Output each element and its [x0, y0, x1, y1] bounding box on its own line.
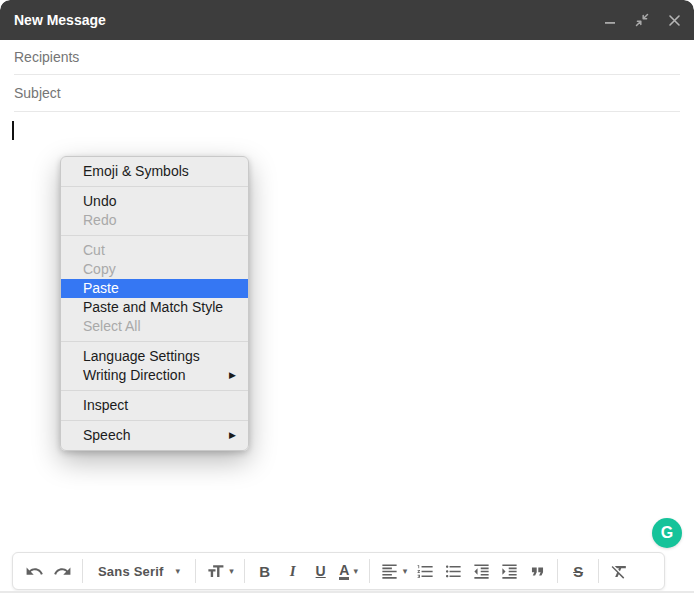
menu-item-label: Emoji & Symbols — [83, 162, 236, 181]
text-cursor — [12, 121, 14, 140]
chevron-down-icon: ▾ — [353, 566, 358, 576]
menu-item-select-all: Select All — [61, 317, 248, 336]
menu-item-paste[interactable]: Paste — [61, 279, 248, 298]
bold-button[interactable]: B — [252, 557, 278, 585]
formatting-toolbar: Sans Serif ▾ ▾ B I U A ▾ ▾ — [12, 552, 665, 590]
font-size-icon — [206, 562, 225, 581]
menu-section: Speech ▶ — [61, 421, 248, 450]
close-icon — [668, 14, 681, 27]
menu-item-label: Redo — [83, 211, 236, 230]
exit-full-screen-button[interactable] — [632, 10, 652, 30]
grammarly-g-icon: G — [661, 524, 673, 542]
numbered-list-icon — [416, 562, 435, 581]
subject-row — [14, 75, 680, 112]
italic-label: I — [290, 563, 296, 580]
quote-button[interactable] — [524, 557, 550, 585]
menu-section: Inspect — [61, 391, 248, 421]
submenu-arrow-icon: ▶ — [229, 426, 236, 445]
align-left-icon — [380, 562, 399, 581]
quote-icon — [528, 562, 547, 581]
undo-button[interactable] — [21, 557, 47, 585]
compose-window: New Message — [0, 0, 694, 593]
menu-item-label: Language Settings — [83, 347, 236, 366]
menu-item-label: Paste and Match Style — [83, 298, 236, 317]
submenu-arrow-icon: ▶ — [229, 366, 236, 385]
toolbar-divider — [195, 559, 196, 583]
subject-input[interactable] — [14, 85, 680, 101]
menu-item-label: Copy — [83, 260, 236, 279]
undo-icon — [25, 562, 44, 581]
menu-item-speech[interactable]: Speech ▶ — [61, 426, 248, 445]
menu-item-undo[interactable]: Undo — [61, 192, 248, 211]
indent-more-icon — [500, 562, 519, 581]
chevron-down-icon: ▾ — [176, 566, 181, 576]
menu-item-language-settings[interactable]: Language Settings — [61, 347, 248, 366]
toolbar-divider — [82, 559, 83, 583]
bulleted-list-icon — [444, 562, 463, 581]
bulleted-list-button[interactable] — [440, 557, 466, 585]
menu-item-label: Select All — [83, 317, 236, 336]
menu-section: Cut Copy Paste Paste and Match Style Sel… — [61, 236, 248, 342]
menu-item-label: Inspect — [83, 396, 236, 415]
chevron-down-icon: ▾ — [229, 566, 234, 576]
menu-item-emoji-symbols[interactable]: Emoji & Symbols — [61, 162, 248, 181]
context-menu: Emoji & Symbols Undo Redo Cut Copy Paste… — [60, 156, 249, 451]
redo-icon — [53, 562, 72, 581]
menu-item-label: Writing Direction — [83, 366, 221, 385]
menu-item-redo: Redo — [61, 211, 248, 230]
numbered-list-button[interactable] — [412, 557, 438, 585]
font-family-label: Sans Serif — [98, 564, 164, 579]
menu-section: Emoji & Symbols — [61, 157, 248, 187]
toolbar-divider — [244, 559, 245, 583]
window-title: New Message — [14, 12, 600, 28]
exit-full-screen-icon — [635, 13, 649, 27]
font-family-button[interactable]: Sans Serif ▾ — [90, 557, 188, 585]
strikethrough-label: S — [573, 563, 583, 580]
strikethrough-button[interactable]: S — [565, 557, 591, 585]
underline-label: U — [316, 563, 326, 579]
chevron-down-icon: ▾ — [403, 566, 408, 576]
toolbar-divider — [369, 559, 370, 583]
menu-item-cut: Cut — [61, 241, 248, 260]
menu-section: Undo Redo — [61, 187, 248, 236]
bold-label: B — [259, 563, 270, 580]
toolbar-divider — [557, 559, 558, 583]
menu-section: Language Settings Writing Direction ▶ — [61, 342, 248, 391]
window-controls — [600, 10, 684, 30]
menu-item-inspect[interactable]: Inspect — [61, 396, 248, 415]
underline-button[interactable]: U — [308, 557, 334, 585]
grammarly-badge[interactable]: G — [652, 518, 682, 548]
remove-formatting-button[interactable] — [606, 557, 632, 585]
remove-formatting-icon — [610, 562, 629, 581]
text-color-button[interactable]: A ▾ — [336, 557, 362, 585]
recipients-row — [14, 40, 680, 75]
text-color-label: A — [339, 563, 349, 580]
titlebar[interactable]: New Message — [0, 0, 694, 40]
menu-item-copy: Copy — [61, 260, 248, 279]
font-size-button[interactable]: ▾ — [203, 557, 237, 585]
indent-more-button[interactable] — [496, 557, 522, 585]
minimize-button[interactable] — [600, 10, 620, 30]
menu-item-paste-and-match-style[interactable]: Paste and Match Style — [61, 298, 248, 317]
menu-item-label: Speech — [83, 426, 221, 445]
indent-less-icon — [472, 562, 491, 581]
redo-button[interactable] — [49, 557, 75, 585]
menu-item-writing-direction[interactable]: Writing Direction ▶ — [61, 366, 248, 385]
recipients-input[interactable] — [14, 49, 680, 65]
close-button[interactable] — [664, 10, 684, 30]
menu-item-label: Cut — [83, 241, 236, 260]
italic-button[interactable]: I — [280, 557, 306, 585]
align-button[interactable]: ▾ — [377, 557, 411, 585]
menu-item-label: Paste — [83, 279, 236, 298]
minimize-icon — [603, 13, 617, 27]
menu-item-label: Undo — [83, 192, 236, 211]
indent-less-button[interactable] — [468, 557, 494, 585]
toolbar-divider — [598, 559, 599, 583]
